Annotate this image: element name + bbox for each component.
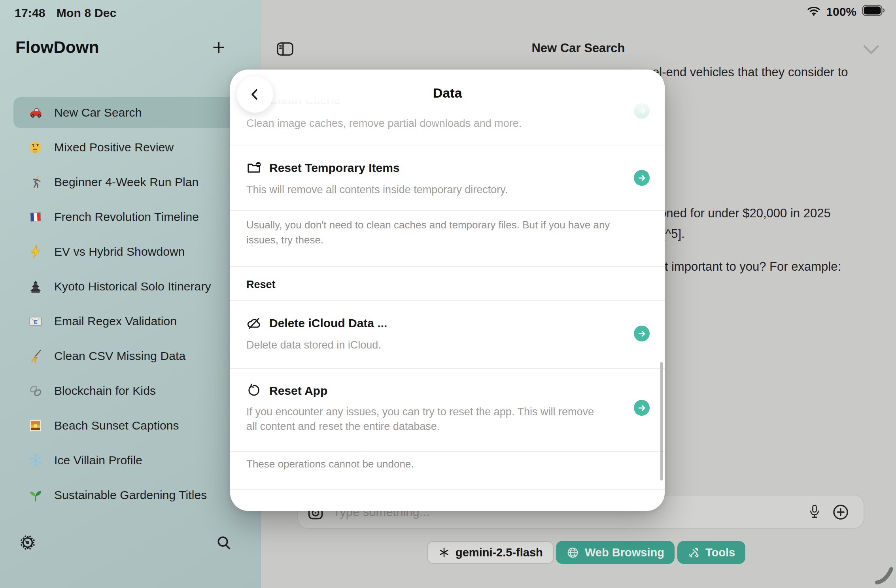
delete-icloud-go-button[interactable]: [634, 326, 650, 341]
sidebar-item[interactable]: Ice Villain Profile: [0, 443, 261, 478]
reset-ccw-icon: [246, 383, 261, 398]
model-selector-chip[interactable]: gemini-2.5-flash: [427, 541, 554, 564]
sidebar-item-label: Blockchain for Kids: [54, 384, 156, 398]
reset-temp-row-title[interactable]: Reset Temporary Items: [269, 159, 400, 177]
arrow-right-icon: [637, 173, 647, 183]
status-date: Mon 8 Dec: [57, 6, 117, 20]
sidebar-item[interactable]: Kyoto Historical Solo Itinerary: [0, 269, 261, 304]
sidebar: 17:48 Mon 8 Dec FlowDown + New Car Searc…: [0, 0, 261, 588]
sidebar-item-label: EV vs Hybrid Showdown: [54, 245, 185, 258]
arrow-right-icon: [637, 329, 647, 339]
attach-plus-icon[interactable]: [832, 503, 849, 522]
divider: [230, 489, 665, 490]
thinking-face-icon: [28, 139, 43, 155]
castle-icon: [28, 279, 43, 294]
chat-title: New Car Search: [261, 41, 896, 55]
divider: [230, 210, 665, 211]
microphone-icon[interactable]: [808, 503, 821, 522]
web-browsing-label: Web Browsing: [585, 546, 664, 559]
divider: [230, 368, 665, 369]
divider: [230, 451, 665, 452]
chat-header: New Car Search: [261, 0, 896, 71]
asterisk-icon: [438, 547, 450, 558]
sidebar-item[interactable]: EEmail Regex Validation: [0, 304, 261, 339]
tools-icon: [688, 547, 700, 559]
divider: [230, 266, 665, 267]
sidebar-item-label: Beginner 4-Week Run Plan: [54, 175, 198, 189]
reset-temp-go-button[interactable]: [634, 170, 650, 186]
sidebar-item[interactable]: Mixed Positive Review: [0, 130, 261, 165]
broom-icon: [28, 348, 43, 364]
sidebar-item[interactable]: New Car Search: [0, 95, 261, 130]
arrow-right-icon: [637, 403, 647, 413]
car-icon: [28, 105, 43, 121]
search-icon[interactable]: [215, 534, 231, 550]
sunset-icon: [28, 418, 43, 433]
tools-label: Tools: [705, 546, 735, 559]
sidebar-item-label: Sustainable Gardening Titles: [54, 488, 207, 502]
email-icon: E: [28, 313, 43, 329]
chevron-down-icon[interactable]: [862, 44, 880, 57]
reset-app-go-button[interactable]: [634, 400, 650, 416]
snowflake-icon: [28, 452, 43, 468]
screen: { "status_bar": { "time": "17:48", "date…: [0, 0, 896, 588]
sidebar-item-label: French Revolution Timeline: [54, 210, 199, 224]
modal-title: Data: [230, 85, 665, 101]
globe-icon: [566, 546, 579, 559]
svg-text:E: E: [34, 319, 37, 325]
status-time: 17:48: [15, 6, 45, 20]
sidebar-item-label: Mixed Positive Review: [54, 141, 174, 154]
chat-message-fragment: [^5].: [662, 227, 685, 241]
undone-note: These operations cannot be undone.: [246, 456, 414, 471]
sidebar-header: FlowDown +: [15, 38, 249, 66]
chain-icon: [28, 383, 43, 399]
sidebar-item-label: Kyoto Historical Solo Itinerary: [54, 280, 211, 293]
delete-icloud-row-title[interactable]: Delete iCloud Data ...: [269, 315, 387, 332]
caches-note: Usually, you don't need to clean caches …: [246, 217, 642, 247]
seedling-icon: [28, 487, 43, 503]
reset-app-subtitle: If you encounter any issues, you can try…: [246, 405, 602, 434]
chat-message-fragment: el-end vehicles that they consider to: [652, 65, 848, 79]
runner-icon: [28, 174, 43, 190]
divider: [230, 145, 665, 145]
sidebar-item[interactable]: Beginner 4-Week Run Plan: [0, 165, 261, 200]
sidebar-list: New Car SearchMixed Positive ReviewBegin…: [0, 95, 261, 513]
sidebar-item[interactable]: Clean CSV Missing Data: [0, 339, 261, 373]
corner-swipe-mark: [875, 566, 894, 586]
sidebar-item[interactable]: Blockchain for Kids: [0, 373, 261, 408]
sidebar-item-label: Beach Sunset Captions: [54, 419, 179, 432]
app-title: FlowDown: [15, 38, 99, 57]
cloud-slash-icon: [246, 316, 261, 331]
web-browsing-chip[interactable]: Web Browsing: [556, 541, 675, 564]
divider: [230, 300, 665, 301]
status-bar-left: 17:48 Mon 8 Dec: [15, 6, 117, 20]
delete-icloud-subtitle: Delete data stored in iCloud.: [246, 338, 381, 352]
sidebar-item[interactable]: French Revolution Timeline: [0, 200, 261, 234]
reset-app-row-title[interactable]: Reset App: [269, 382, 327, 400]
sidebar-item-label: New Car Search: [54, 106, 142, 119]
reset-section-header: Reset: [246, 279, 276, 291]
data-settings-modal: Data Clean Cache Clean image caches, rem…: [230, 70, 665, 511]
settings-gear-icon[interactable]: [19, 534, 36, 551]
sidebar-item[interactable]: Beach Sunset Captions: [0, 408, 261, 443]
tools-chip[interactable]: Tools: [677, 541, 745, 564]
model-name: gemini-2.5-flash: [456, 546, 543, 559]
folder-minus-icon: [246, 160, 261, 175]
reset-temp-subtitle: This will remove all contents inside tem…: [246, 183, 508, 197]
lightning-icon: [28, 244, 43, 260]
sidebar-item-label: Email Regex Validation: [54, 315, 177, 328]
sidebar-item-label: Clean CSV Missing Data: [54, 349, 185, 363]
france-flag-icon: [28, 209, 43, 225]
sidebar-item-label: Ice Villain Profile: [54, 454, 142, 467]
chat-message-fragment: ost important to you? For example:: [652, 260, 841, 274]
chat-message-fragment: oned for under $20,000 in 2025: [660, 206, 831, 220]
new-chat-button[interactable]: +: [207, 36, 231, 59]
modal-scrollbar[interactable]: [660, 362, 663, 481]
sidebar-item[interactable]: EV vs Hybrid Showdown: [0, 234, 261, 269]
sidebar-item[interactable]: Sustainable Gardening Titles: [0, 478, 261, 513]
